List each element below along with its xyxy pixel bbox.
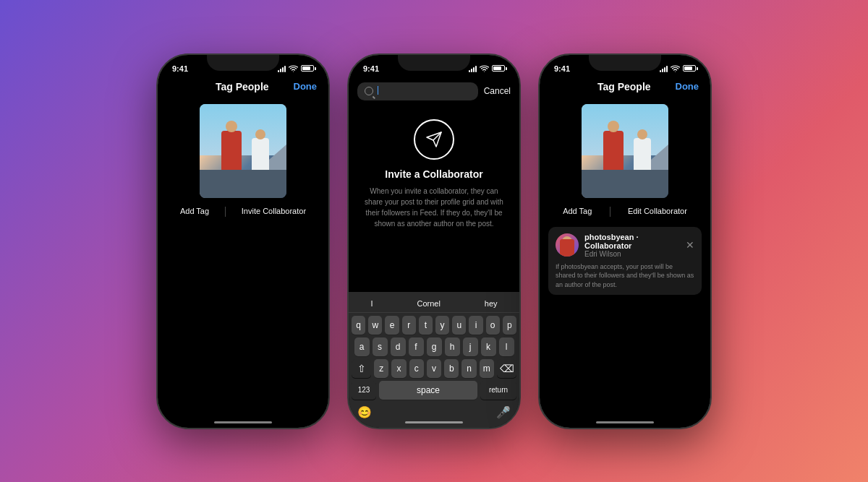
key-m[interactable]: m (480, 359, 494, 378)
autocomplete-word-3[interactable]: hey (479, 298, 503, 309)
photo-ground-3 (582, 170, 668, 198)
battery-icon-3 (683, 65, 696, 72)
key-e[interactable]: e (385, 316, 399, 335)
space-key[interactable]: space (379, 381, 477, 400)
phone-3-screen: 9:41 Tag People Done (540, 55, 710, 428)
wifi-icon-3 (671, 65, 680, 72)
phone-3: 9:41 Tag People Done (538, 53, 712, 429)
notch-3 (589, 55, 661, 71)
photo-person2-3 (634, 138, 651, 174)
invite-collaborator-button-1[interactable]: Invite Collaborator (242, 207, 306, 217)
key-l[interactable]: l (499, 337, 514, 356)
photo-container-1 (158, 98, 328, 201)
key-c[interactable]: c (409, 359, 424, 378)
keyboard-row-2: a s d f g h j k l (349, 337, 519, 356)
collaborator-header: photosbyean · Collaborator Edri Wilson ✕ (556, 233, 694, 258)
collaborator-info: photosbyean · Collaborator Edri Wilson (584, 233, 680, 258)
key-y[interactable]: y (435, 316, 449, 335)
wifi-icon-1 (289, 65, 298, 72)
done-button-3[interactable]: Done (676, 81, 699, 92)
invite-icon (414, 119, 454, 160)
edit-collaborator-button-3[interactable]: Edit Collaborator (628, 207, 687, 217)
key-t[interactable]: t (419, 316, 433, 335)
delete-key[interactable]: ⌫ (497, 359, 516, 378)
key-p[interactable]: p (503, 316, 516, 335)
home-indicator-1 (214, 421, 272, 423)
key-i[interactable]: i (469, 316, 482, 335)
action-buttons-1: Add Tag Invite Collaborator (158, 201, 328, 223)
key-d[interactable]: d (391, 337, 406, 356)
divider-1 (225, 207, 226, 217)
key-n[interactable]: n (461, 359, 476, 378)
avatar-body (560, 239, 574, 257)
emoji-icon[interactable]: 😊 (357, 405, 372, 419)
keyboard-row-1: q w e r t y u i o p (349, 316, 519, 335)
key-v[interactable]: v (427, 359, 441, 378)
key-r[interactable]: r (402, 316, 416, 335)
phone-2: 9:41 (347, 53, 521, 429)
invite-section: Invite a Collaborator When you invite a … (349, 105, 519, 236)
collaborator-fullname: Edri Wilson (584, 250, 680, 258)
numbers-key[interactable]: 123 (352, 381, 376, 400)
key-s[interactable]: s (373, 337, 388, 356)
key-f[interactable]: f (409, 337, 424, 356)
search-icon-2 (365, 87, 373, 95)
notch-2 (398, 55, 470, 71)
key-a[interactable]: a (354, 337, 370, 356)
close-collaborator-button[interactable]: ✕ (686, 239, 694, 251)
photo-person1 (221, 131, 242, 174)
autocomplete-word-1[interactable]: I (365, 298, 378, 309)
key-u[interactable]: u (452, 316, 466, 335)
keyboard-row-3: ⇧ z x c v b n m ⌫ (349, 359, 519, 378)
key-q[interactable]: q (352, 316, 365, 335)
key-h[interactable]: h (445, 337, 460, 356)
status-icons-2 (469, 65, 505, 72)
nav-title-1: Tag People (216, 81, 269, 92)
search-input-wrap[interactable] (357, 82, 478, 100)
collaborator-description: If photosbyean accepts, your post will b… (556, 262, 694, 290)
photo-thumbnail-1 (200, 104, 286, 198)
photo-container-3 (540, 98, 710, 201)
wifi-icon-2 (480, 65, 489, 72)
key-o[interactable]: o (486, 316, 500, 335)
phone-1: 9:41 Tag People Done (156, 53, 330, 429)
signal-icon-1 (278, 65, 286, 72)
invite-description: When you invite a collaborator, they can… (363, 186, 505, 229)
done-button-1[interactable]: Done (294, 81, 318, 92)
autocomplete-word-2[interactable]: Cornel (411, 298, 446, 309)
action-buttons-3: Add Tag Edit Collaborator (540, 201, 710, 223)
search-input-2[interactable] (378, 86, 378, 97)
status-icons-1 (278, 65, 314, 72)
key-j[interactable]: j (463, 337, 478, 356)
home-indicator-2 (405, 421, 463, 423)
search-bar-2: Cancel (349, 78, 519, 105)
nav-title-3: Tag People (597, 81, 651, 92)
photo-person2 (252, 138, 269, 174)
return-key[interactable]: return (480, 381, 516, 400)
keyboard-row-4: 123 space return (349, 381, 519, 400)
add-tag-button-1[interactable]: Add Tag (180, 207, 209, 217)
utility-bar: 😊 🎤 (349, 403, 519, 422)
key-g[interactable]: g (427, 337, 442, 356)
status-time-2: 9:41 (363, 64, 379, 73)
key-z[interactable]: z (374, 359, 388, 378)
home-indicator-3 (596, 421, 654, 423)
divider-3 (610, 207, 610, 217)
phone-2-screen: 9:41 (349, 55, 519, 428)
status-time-1: 9:41 (172, 64, 188, 73)
shift-key[interactable]: ⇧ (352, 359, 371, 378)
cancel-button-2[interactable]: Cancel (484, 86, 511, 96)
key-k[interactable]: k (481, 337, 496, 356)
key-x[interactable]: x (391, 359, 406, 378)
cursor (378, 86, 378, 95)
signal-icon-3 (660, 65, 668, 72)
mic-icon[interactable]: 🎤 (496, 405, 511, 419)
add-tag-button-3[interactable]: Add Tag (563, 207, 592, 217)
photo-thumbnail-3 (582, 104, 668, 198)
battery-icon-1 (301, 65, 314, 72)
signal-icon-2 (469, 65, 477, 72)
key-w[interactable]: w (368, 316, 382, 335)
key-b[interactable]: b (444, 359, 459, 378)
battery-icon-2 (492, 65, 505, 72)
status-icons-3 (660, 65, 696, 72)
